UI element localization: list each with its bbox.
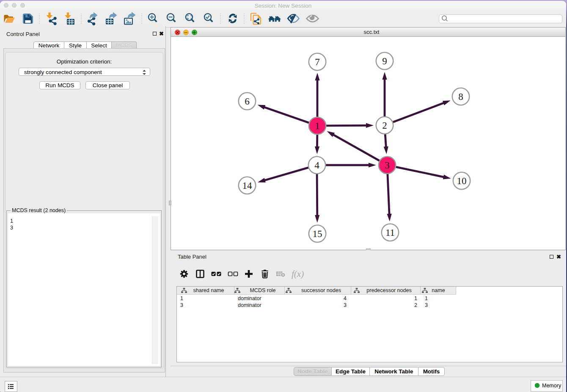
- svg-text:1: 1: [315, 121, 320, 131]
- svg-text:4: 4: [314, 160, 319, 171]
- svg-text:2: 2: [382, 120, 387, 131]
- svg-text:8: 8: [458, 91, 463, 102]
- svg-text:7: 7: [315, 57, 320, 67]
- svg-text:10: 10: [457, 176, 467, 186]
- svg-text:6: 6: [245, 96, 250, 107]
- svg-text:11: 11: [385, 227, 395, 238]
- svg-text:15: 15: [313, 229, 322, 239]
- svg-text:14: 14: [242, 180, 253, 191]
- svg-text:f(x): f(x): [292, 269, 304, 279]
- svg-text:3: 3: [385, 160, 390, 171]
- svg-text:9: 9: [382, 56, 387, 66]
